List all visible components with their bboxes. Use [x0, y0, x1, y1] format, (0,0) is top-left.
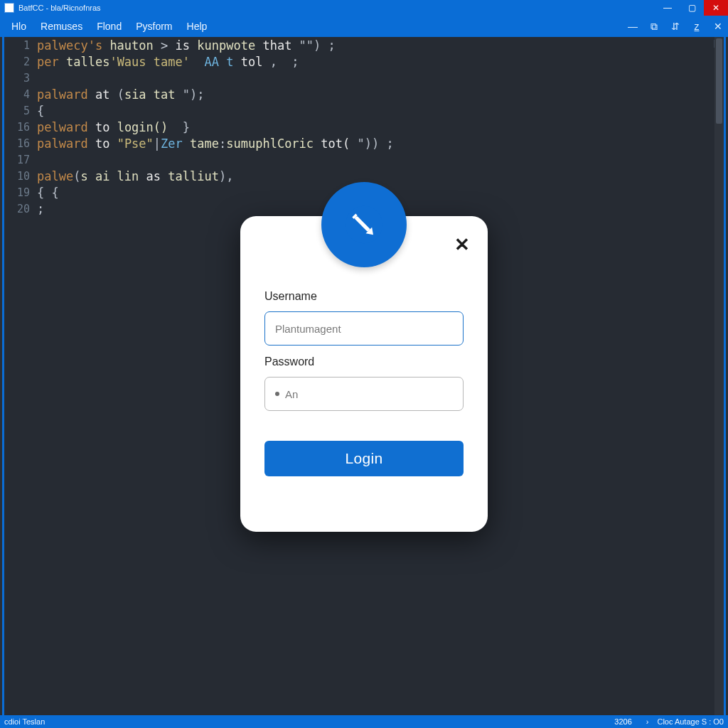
os-maximize-button[interactable]: ▢ [680, 0, 704, 16]
status-info: Cloc Autage S : O0 [657, 717, 724, 726]
window-title: BatfCC - bla/Ricnofnras [18, 4, 655, 12]
menu-item-remuses[interactable]: Remuses [33, 18, 90, 35]
os-close-button[interactable]: ✕ [704, 0, 728, 16]
status-left: cdioi Teslan [4, 717, 614, 726]
status-chevron-icon[interactable]: › [646, 717, 649, 726]
pane-close-icon[interactable]: ✕ [711, 19, 725, 33]
code-text: ; [37, 202, 44, 216]
login-badge-icon [321, 182, 407, 267]
login-modal: ✕ Username Plantumagent Password An Logi… [240, 216, 488, 532]
status-number: 3206 [614, 717, 631, 726]
line-number: 16 [4, 137, 37, 150]
vertical-scrollbar[interactable] [714, 37, 724, 715]
code-line[interactable]: 3 [4, 70, 724, 86]
username-placeholder: Plantumagent [275, 323, 341, 335]
menu-item-help[interactable]: Help [180, 18, 215, 35]
code-line[interactable]: 17 [4, 151, 724, 168]
username-input[interactable]: Plantumagent [264, 311, 464, 346]
login-button[interactable]: Login [264, 441, 464, 476]
username-label: Username [264, 290, 464, 303]
code-text: per talles'Waus tame' AA t tol , ; [37, 55, 299, 69]
status-right: 3206 › Cloc Autage S : O0 [614, 717, 724, 726]
code-text: pelward to login() } [37, 120, 190, 134]
password-display: An [285, 388, 298, 400]
os-window-controls: ― ▢ ✕ [655, 0, 728, 16]
line-number: 20 [4, 203, 37, 215]
line-number: 5 [4, 105, 37, 117]
line-number: 1 [4, 39, 37, 52]
code-text: { { [37, 186, 59, 200]
password-mask-dot-icon [275, 392, 279, 396]
code-text: { [37, 104, 44, 118]
pane-controls: ― ⧉ ⇵ z ✕ [626, 16, 725, 37]
statusbar: cdioi Teslan 3206 › Cloc Autage S : O0 [0, 715, 728, 728]
menubar: Hlo Remuses Flond Pysform Help ― ⧉ ⇵ z ✕ [0, 16, 728, 37]
code-line[interactable]: 16palward to "Pse"|Zer tame:sumuphlCoric… [4, 135, 724, 151]
pane-split-icon[interactable]: ⇵ [668, 19, 682, 33]
code-line[interactable]: 16pelward to login() } [4, 119, 724, 135]
menu-item-pysform[interactable]: Pysform [129, 18, 179, 35]
line-number: 10 [4, 170, 37, 183]
line-number: 16 [4, 121, 37, 134]
code-text: palward at (sia tat "); [37, 87, 205, 102]
os-minimize-button[interactable]: ― [655, 0, 680, 16]
line-number: 2 [4, 55, 37, 68]
pane-screen-icon[interactable]: ⧉ [647, 19, 661, 33]
line-number: 3 [4, 72, 37, 85]
line-number: 4 [4, 88, 37, 101]
code-line[interactable]: 4palward at (sia tat "); [4, 86, 724, 102]
code-line[interactable]: 2per talles'Waus tame' AA t tol , ; [4, 53, 724, 70]
password-input[interactable]: An [264, 377, 464, 411]
code-text: palwe(s ai lin as talliut), [37, 169, 233, 183]
code-line[interactable]: 1palwecy's hauton > is kunpwote that "")… [4, 37, 724, 53]
scrollbar-thumb[interactable] [716, 38, 722, 124]
os-titlebar: BatfCC - bla/Ricnofnras ― ▢ ✕ [0, 0, 728, 16]
line-number: 17 [4, 154, 37, 166]
pane-minimize-icon[interactable]: ― [626, 19, 640, 33]
code-text: palward to "Pse"|Zer tame:sumuphlCoric t… [37, 136, 394, 151]
modal-close-button[interactable]: ✕ [452, 235, 472, 255]
code-text: palwecy's hauton > is kunpwote that "") … [37, 38, 336, 53]
line-number: 19 [4, 186, 37, 199]
code-line[interactable]: 5{ [4, 102, 724, 119]
menu-item-hlo[interactable]: Hlo [4, 18, 33, 35]
pane-settings-icon[interactable]: z [690, 19, 704, 33]
menu-item-flond[interactable]: Flond [90, 18, 129, 35]
password-label: Password [264, 355, 464, 368]
app-favicon-icon [4, 3, 14, 13]
